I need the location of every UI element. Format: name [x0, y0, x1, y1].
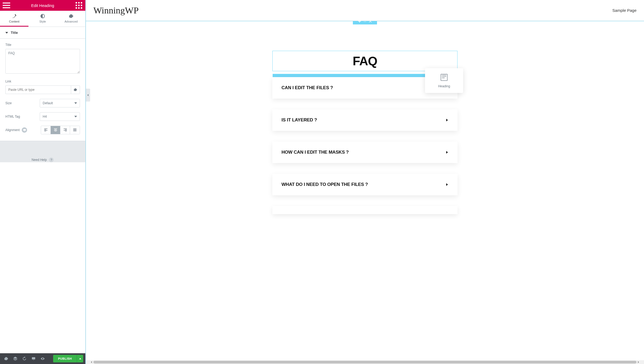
accordion-item[interactable]: HOW CAN I EDIT THE MASKS ?: [272, 142, 458, 163]
tab-content[interactable]: Content: [0, 11, 28, 27]
drop-indicator: [273, 74, 425, 77]
editor-panel: Edit Heading Content Style Advanced Ti: [0, 0, 86, 364]
html-tag-field-label: HTML Tag: [5, 115, 20, 118]
need-help-label: Need Help: [32, 158, 47, 162]
link-input[interactable]: [5, 85, 71, 94]
tab-style-label: Style: [39, 20, 46, 23]
gear-icon: [74, 88, 77, 91]
section-title-label: Title: [11, 31, 18, 35]
help-icon: ?: [49, 157, 54, 162]
svg-rect-0: [76, 2, 77, 3]
svg-point-12: [364, 21, 364, 22]
need-help-link[interactable]: Need Help ?: [32, 157, 54, 162]
close-icon: [369, 21, 372, 23]
caret-down-icon: [5, 31, 8, 34]
accordion-item[interactable]: [272, 206, 458, 214]
accordion: CAN I EDIT THE FILES ? IS IT LAYERED ? H…: [272, 77, 458, 214]
panel-collapse-toggle[interactable]: [86, 89, 90, 102]
size-select-value: Default: [43, 101, 53, 105]
caret-right-icon: [446, 183, 448, 186]
responsive-toggle[interactable]: [22, 127, 27, 133]
size-control: Size Default: [5, 99, 80, 107]
section-title-toggle[interactable]: Title: [0, 27, 85, 39]
svg-rect-4: [78, 5, 79, 6]
chevron-left-icon: [87, 94, 89, 96]
caret-down-icon: [74, 102, 77, 104]
widgets-grid-button[interactable]: [75, 2, 83, 9]
layers-icon: [13, 357, 17, 361]
desktop-icon: [32, 357, 35, 361]
gear-icon: [69, 14, 73, 18]
desktop-icon: [23, 129, 26, 132]
svg-rect-1: [78, 2, 79, 3]
svg-point-13: [365, 21, 365, 22]
edit-section-button[interactable]: [364, 21, 366, 23]
alignment-field-label: Alignment: [5, 127, 27, 133]
html-tag-select-value: H4: [43, 115, 47, 118]
site-header: WinningWP Sample Page: [86, 0, 644, 21]
nav-sample-page[interactable]: Sample Page: [612, 8, 636, 13]
scroll-right-icon: [636, 360, 640, 364]
alignment-group: [41, 126, 80, 134]
panel-tabs: Content Style Advanced: [0, 11, 85, 27]
preview-pane: WinningWP Sample Page FAQ: [86, 0, 644, 364]
heading-widget-selected[interactable]: FAQ Heading: [272, 51, 458, 71]
navigator-button[interactable]: [11, 355, 19, 363]
svg-rect-7: [78, 7, 79, 9]
panel-empty-area: Need Help ?: [0, 141, 85, 162]
svg-rect-8: [81, 7, 82, 9]
faq-heading: FAQ: [273, 54, 457, 68]
panel-header: Edit Heading: [0, 0, 85, 11]
responsive-button[interactable]: [30, 355, 38, 363]
tab-style[interactable]: Style: [28, 11, 57, 27]
preview-button[interactable]: [39, 355, 47, 363]
add-section-button[interactable]: [358, 21, 361, 23]
contrast-icon: [41, 14, 45, 18]
align-left-button[interactable]: [41, 126, 51, 134]
html-tag-control: HTML Tag H4: [5, 112, 80, 121]
publish-options-button[interactable]: [77, 355, 83, 362]
history-icon: [23, 357, 26, 361]
gear-icon: [4, 357, 8, 361]
menu-button[interactable]: [3, 2, 10, 9]
accordion-item[interactable]: WHAT DO I NEED TO OPEN THE FILES ?: [272, 174, 458, 195]
link-field-label: Link: [5, 80, 80, 83]
link-options-button[interactable]: [71, 85, 80, 94]
size-select[interactable]: Default: [40, 99, 80, 107]
heading-widget-icon: [440, 73, 448, 82]
align-center-button[interactable]: [51, 126, 60, 134]
dragging-widget-preview[interactable]: Heading: [425, 68, 463, 93]
tab-advanced[interactable]: Advanced: [57, 11, 85, 27]
accordion-caret: [446, 182, 448, 187]
title-field-label: Title: [5, 43, 80, 47]
accordion-caret: [446, 118, 448, 122]
settings-button[interactable]: [2, 355, 10, 363]
section-handle: [353, 21, 377, 24]
svg-rect-6: [76, 7, 77, 9]
accordion-title: HOW CAN I EDIT THE MASKS ?: [281, 150, 349, 155]
caret-down-icon: [74, 115, 77, 118]
history-button[interactable]: [20, 355, 28, 363]
publish-button[interactable]: PUBLISH: [53, 355, 77, 362]
html-tag-select[interactable]: H4: [40, 112, 80, 121]
accordion-title: WHAT DO I NEED TO OPEN THE FILES ?: [281, 182, 368, 187]
title-input[interactable]: [5, 49, 80, 74]
publish-group: PUBLISH: [53, 355, 83, 362]
title-control: Title: [5, 43, 80, 75]
delete-section-button[interactable]: [369, 21, 372, 23]
scrollbar-thumb[interactable]: [93, 361, 636, 363]
scroll-left-icon: [90, 360, 93, 364]
preview-canvas: FAQ Heading CAN I EDIT THE FILES ?: [86, 21, 644, 364]
size-field-label: Size: [5, 101, 12, 105]
caret-up-icon: [79, 358, 81, 360]
section: FAQ Heading CAN I EDIT THE FILES ?: [86, 21, 644, 214]
align-right-button[interactable]: [60, 126, 70, 134]
panel-body: Title Title Link Size: [0, 27, 85, 353]
accordion-item[interactable]: IS IT LAYERED ?: [272, 109, 458, 131]
align-justify-button[interactable]: [70, 126, 80, 134]
grid-icon: [75, 2, 83, 9]
bottom-bar: PUBLISH: [0, 353, 85, 364]
plus-icon: [358, 21, 361, 23]
horizontal-scrollbar[interactable]: [86, 360, 644, 364]
caret-right-icon: [446, 119, 448, 121]
